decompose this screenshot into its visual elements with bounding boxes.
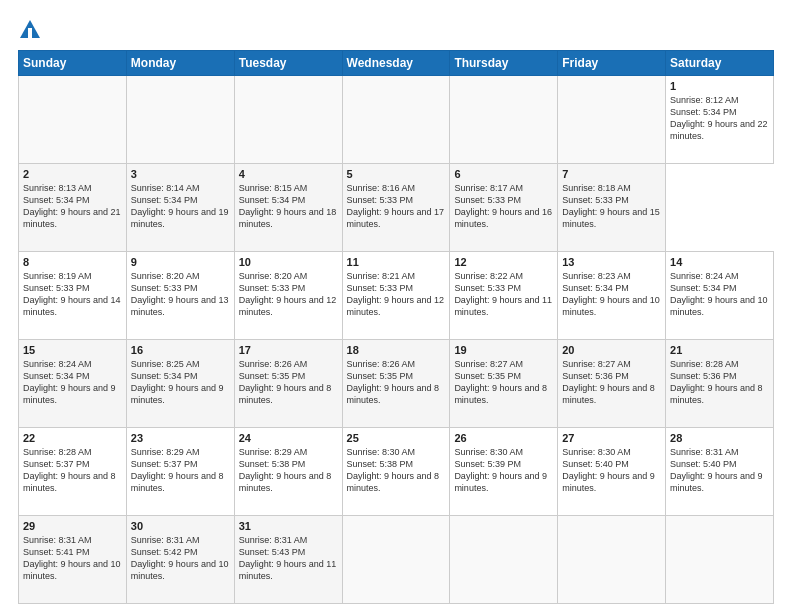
calendar-day: 19Sunrise: 8:27 AMSunset: 5:35 PMDayligh… xyxy=(450,340,558,428)
header-row: SundayMondayTuesdayWednesdayThursdayFrid… xyxy=(19,51,774,76)
calendar-day: 6Sunrise: 8:17 AMSunset: 5:33 PMDaylight… xyxy=(450,164,558,252)
empty-cell xyxy=(450,76,558,164)
calendar-day: 4Sunrise: 8:15 AMSunset: 5:34 PMDaylight… xyxy=(234,164,342,252)
day-number: 21 xyxy=(670,344,769,356)
day-number: 9 xyxy=(131,256,230,268)
calendar-day: 8Sunrise: 8:19 AMSunset: 5:33 PMDaylight… xyxy=(19,252,127,340)
header-day: Tuesday xyxy=(234,51,342,76)
calendar-day: 15Sunrise: 8:24 AMSunset: 5:34 PMDayligh… xyxy=(19,340,127,428)
day-number: 15 xyxy=(23,344,122,356)
day-content: Sunrise: 8:27 AMSunset: 5:36 PMDaylight:… xyxy=(562,358,661,407)
day-content: Sunrise: 8:20 AMSunset: 5:33 PMDaylight:… xyxy=(131,270,230,319)
calendar-day: 7Sunrise: 8:18 AMSunset: 5:33 PMDaylight… xyxy=(558,164,666,252)
day-content: Sunrise: 8:17 AMSunset: 5:33 PMDaylight:… xyxy=(454,182,553,231)
empty-cell xyxy=(19,76,127,164)
day-content: Sunrise: 8:20 AMSunset: 5:33 PMDaylight:… xyxy=(239,270,338,319)
calendar-day: 24Sunrise: 8:29 AMSunset: 5:38 PMDayligh… xyxy=(234,428,342,516)
calendar-day: 26Sunrise: 8:30 AMSunset: 5:39 PMDayligh… xyxy=(450,428,558,516)
day-content: Sunrise: 8:26 AMSunset: 5:35 PMDaylight:… xyxy=(347,358,446,407)
calendar-day: 13Sunrise: 8:23 AMSunset: 5:34 PMDayligh… xyxy=(558,252,666,340)
day-number: 26 xyxy=(454,432,553,444)
calendar-day: 22Sunrise: 8:28 AMSunset: 5:37 PMDayligh… xyxy=(19,428,127,516)
calendar-day: 25Sunrise: 8:30 AMSunset: 5:38 PMDayligh… xyxy=(342,428,450,516)
day-content: Sunrise: 8:25 AMSunset: 5:34 PMDaylight:… xyxy=(131,358,230,407)
calendar-day: 29Sunrise: 8:31 AMSunset: 5:41 PMDayligh… xyxy=(19,516,127,604)
day-number: 28 xyxy=(670,432,769,444)
day-number: 7 xyxy=(562,168,661,180)
day-number: 10 xyxy=(239,256,338,268)
day-number: 8 xyxy=(23,256,122,268)
calendar-day: 9Sunrise: 8:20 AMSunset: 5:33 PMDaylight… xyxy=(126,252,234,340)
empty-cell xyxy=(126,76,234,164)
day-content: Sunrise: 8:29 AMSunset: 5:38 PMDaylight:… xyxy=(239,446,338,495)
calendar-day: 27Sunrise: 8:30 AMSunset: 5:40 PMDayligh… xyxy=(558,428,666,516)
calendar-week-row: 8Sunrise: 8:19 AMSunset: 5:33 PMDaylight… xyxy=(19,252,774,340)
day-content: Sunrise: 8:28 AMSunset: 5:37 PMDaylight:… xyxy=(23,446,122,495)
day-content: Sunrise: 8:30 AMSunset: 5:39 PMDaylight:… xyxy=(454,446,553,495)
day-number: 1 xyxy=(670,80,769,92)
day-number: 6 xyxy=(454,168,553,180)
day-content: Sunrise: 8:31 AMSunset: 5:40 PMDaylight:… xyxy=(670,446,769,495)
day-number: 27 xyxy=(562,432,661,444)
day-content: Sunrise: 8:26 AMSunset: 5:35 PMDaylight:… xyxy=(239,358,338,407)
day-content: Sunrise: 8:31 AMSunset: 5:41 PMDaylight:… xyxy=(23,534,122,583)
empty-cell xyxy=(666,516,774,604)
calendar-day: 30Sunrise: 8:31 AMSunset: 5:42 PMDayligh… xyxy=(126,516,234,604)
calendar-week-row: 22Sunrise: 8:28 AMSunset: 5:37 PMDayligh… xyxy=(19,428,774,516)
calendar-day: 1Sunrise: 8:12 AMSunset: 5:34 PMDaylight… xyxy=(666,76,774,164)
day-number: 5 xyxy=(347,168,446,180)
day-number: 31 xyxy=(239,520,338,532)
calendar-day: 3Sunrise: 8:14 AMSunset: 5:34 PMDaylight… xyxy=(126,164,234,252)
calendar-week-row: 2Sunrise: 8:13 AMSunset: 5:34 PMDaylight… xyxy=(19,164,774,252)
calendar-day: 17Sunrise: 8:26 AMSunset: 5:35 PMDayligh… xyxy=(234,340,342,428)
header-day: Sunday xyxy=(19,51,127,76)
day-number: 25 xyxy=(347,432,446,444)
day-content: Sunrise: 8:15 AMSunset: 5:34 PMDaylight:… xyxy=(239,182,338,231)
day-content: Sunrise: 8:21 AMSunset: 5:33 PMDaylight:… xyxy=(347,270,446,319)
calendar-body: 1Sunrise: 8:12 AMSunset: 5:34 PMDaylight… xyxy=(19,76,774,604)
calendar-day: 31Sunrise: 8:31 AMSunset: 5:43 PMDayligh… xyxy=(234,516,342,604)
day-number: 18 xyxy=(347,344,446,356)
header-day: Wednesday xyxy=(342,51,450,76)
header-day: Monday xyxy=(126,51,234,76)
day-number: 3 xyxy=(131,168,230,180)
calendar-week-row: 15Sunrise: 8:24 AMSunset: 5:34 PMDayligh… xyxy=(19,340,774,428)
day-number: 23 xyxy=(131,432,230,444)
day-number: 30 xyxy=(131,520,230,532)
header xyxy=(18,18,774,42)
calendar-day: 18Sunrise: 8:26 AMSunset: 5:35 PMDayligh… xyxy=(342,340,450,428)
empty-cell xyxy=(342,76,450,164)
svg-rect-1 xyxy=(28,28,32,38)
calendar-day: 16Sunrise: 8:25 AMSunset: 5:34 PMDayligh… xyxy=(126,340,234,428)
day-number: 13 xyxy=(562,256,661,268)
calendar-day: 20Sunrise: 8:27 AMSunset: 5:36 PMDayligh… xyxy=(558,340,666,428)
calendar-day: 10Sunrise: 8:20 AMSunset: 5:33 PMDayligh… xyxy=(234,252,342,340)
day-content: Sunrise: 8:29 AMSunset: 5:37 PMDaylight:… xyxy=(131,446,230,495)
calendar-day: 11Sunrise: 8:21 AMSunset: 5:33 PMDayligh… xyxy=(342,252,450,340)
header-day: Saturday xyxy=(666,51,774,76)
calendar-week-row: 29Sunrise: 8:31 AMSunset: 5:41 PMDayligh… xyxy=(19,516,774,604)
day-content: Sunrise: 8:19 AMSunset: 5:33 PMDaylight:… xyxy=(23,270,122,319)
empty-cell xyxy=(558,76,666,164)
day-number: 24 xyxy=(239,432,338,444)
day-number: 17 xyxy=(239,344,338,356)
empty-cell xyxy=(558,516,666,604)
day-content: Sunrise: 8:23 AMSunset: 5:34 PMDaylight:… xyxy=(562,270,661,319)
day-content: Sunrise: 8:31 AMSunset: 5:43 PMDaylight:… xyxy=(239,534,338,583)
calendar-day: 21Sunrise: 8:28 AMSunset: 5:36 PMDayligh… xyxy=(666,340,774,428)
day-content: Sunrise: 8:22 AMSunset: 5:33 PMDaylight:… xyxy=(454,270,553,319)
header-day: Thursday xyxy=(450,51,558,76)
day-number: 22 xyxy=(23,432,122,444)
logo-icon xyxy=(18,18,42,42)
day-number: 19 xyxy=(454,344,553,356)
day-number: 20 xyxy=(562,344,661,356)
day-content: Sunrise: 8:12 AMSunset: 5:34 PMDaylight:… xyxy=(670,94,769,143)
calendar-day: 14Sunrise: 8:24 AMSunset: 5:34 PMDayligh… xyxy=(666,252,774,340)
calendar-week-row: 1Sunrise: 8:12 AMSunset: 5:34 PMDaylight… xyxy=(19,76,774,164)
calendar-page: SundayMondayTuesdayWednesdayThursdayFrid… xyxy=(0,0,792,612)
calendar-day: 12Sunrise: 8:22 AMSunset: 5:33 PMDayligh… xyxy=(450,252,558,340)
day-number: 16 xyxy=(131,344,230,356)
empty-cell xyxy=(450,516,558,604)
day-number: 29 xyxy=(23,520,122,532)
day-content: Sunrise: 8:24 AMSunset: 5:34 PMDaylight:… xyxy=(670,270,769,319)
